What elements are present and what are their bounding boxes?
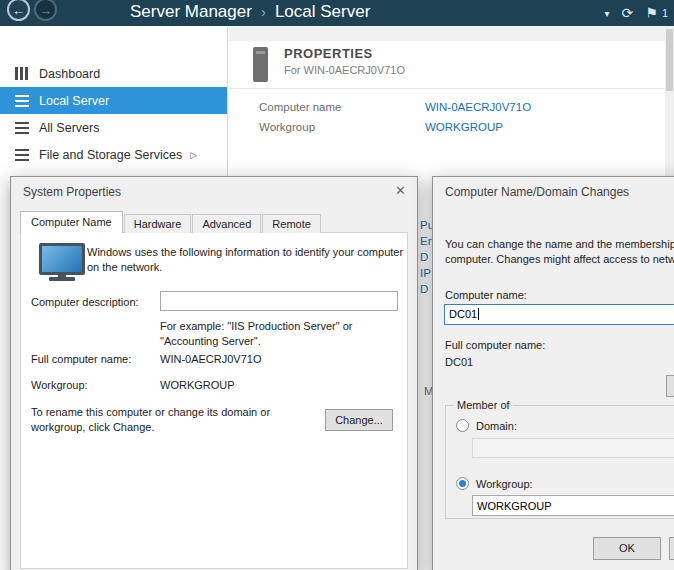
member-of-group: Member of Domain: Workgroup: — [445, 399, 674, 519]
clipped-value-link[interactable]: D — [420, 251, 428, 263]
dialog-title: System Properties — [23, 185, 121, 199]
computer-name-label: Computer name: — [445, 288, 527, 303]
back-button[interactable]: ← — [7, 0, 30, 21]
sidebar-item-label: Dashboard — [39, 67, 100, 81]
dialog-titlebar[interactable]: Computer Name/Domain Changes — [433, 177, 674, 207]
computer-name-input[interactable]: DC01 — [444, 304, 674, 325]
computer-name-tab-page: Windows uses the following information t… — [20, 232, 408, 569]
description-example-text: For example: "IIS Production Server" or … — [160, 319, 378, 350]
divider — [229, 88, 665, 89]
server-icon — [15, 94, 29, 107]
sidebar-item-all-servers[interactable]: All Servers — [0, 114, 227, 141]
close-icon[interactable]: ✕ — [395, 183, 406, 198]
workgroup-input[interactable] — [472, 495, 674, 516]
full-computer-name-value: DC01 — [445, 355, 473, 370]
forward-icon: → — [39, 3, 52, 18]
computer-description-label: Computer description: — [31, 295, 139, 310]
full-computer-name-value: WIN-0AECRJ0V71O — [160, 352, 261, 367]
breadcrumb-app-title[interactable]: Server Manager — [130, 2, 252, 21]
more-button[interactable] — [666, 375, 674, 397]
computer-name-input-value: DC01 — [449, 308, 477, 320]
ok-button[interactable]: OK — [593, 537, 661, 560]
tab-computer-name[interactable]: Computer Name — [20, 211, 123, 233]
servers-icon — [15, 121, 29, 134]
computer-monitor-icon — [37, 243, 83, 281]
back-icon: ← — [12, 3, 25, 18]
tab-strip: Computer NameHardwareAdvancedRemote — [20, 211, 322, 233]
sidebar-item-label: Local Server — [39, 94, 109, 108]
workgroup-value: WORKGROUP — [160, 378, 235, 393]
breadcrumb-separator-icon: › — [261, 3, 266, 20]
clipped-value-link[interactable]: D — [420, 283, 428, 295]
topbar: ← → Server Manager›Local Server ▾ ⟳ ⚑ 1 — [0, 0, 674, 26]
workgroup-radio-label[interactable]: Workgroup: — [476, 477, 533, 492]
chevron-down-icon[interactable]: ▾ — [605, 8, 610, 19]
properties-heading: PROPERTIES — [284, 46, 373, 61]
cancel-button[interactable] — [669, 537, 674, 560]
workgroup-link[interactable]: WORKGROUP — [425, 121, 503, 133]
intro-text: Windows uses the following information t… — [87, 245, 411, 276]
dashboard-icon — [15, 67, 29, 80]
tab-hardware[interactable]: Hardware — [124, 214, 192, 233]
intro-text-line1: You can change the name and the membersh… — [445, 237, 674, 252]
system-properties-dialog: System Properties ✕ Computer NameHardwar… — [10, 176, 418, 570]
topbar-actions: ▾ ⟳ ⚑ 1 — [605, 0, 668, 26]
member-of-label: Member of — [454, 399, 513, 411]
domain-input — [472, 438, 674, 458]
name-changes-dialog: Computer Name/Domain Changes You can cha… — [432, 176, 674, 570]
breadcrumb: Server Manager›Local Server — [130, 0, 370, 26]
properties-tile-icon — [253, 47, 268, 82]
dialog-titlebar[interactable]: System Properties ✕ — [11, 177, 417, 207]
text-caret — [478, 308, 479, 320]
tab-remote[interactable]: Remote — [262, 214, 321, 233]
workgroup-radio[interactable] — [456, 477, 469, 490]
sidebar-item-label: File and Storage Services — [39, 148, 182, 162]
server-manager-window: ← → Server Manager›Local Server ▾ ⟳ ⚑ 1 … — [0, 0, 674, 570]
tab-advanced[interactable]: Advanced — [192, 214, 261, 233]
expand-arrow-icon[interactable]: ▷ — [190, 150, 197, 160]
property-label: Workgroup — [259, 121, 315, 133]
panel-top-strip — [229, 26, 674, 41]
computer-name-link[interactable]: WIN-0AECRJ0V71O — [425, 101, 531, 113]
workgroup-label: Workgroup: — [31, 378, 88, 393]
storage-services-icon — [15, 148, 29, 161]
dialog-title: Computer Name/Domain Changes — [445, 185, 629, 199]
properties-subheading: For WIN-0AECRJ0V71O — [284, 64, 405, 76]
domain-radio-label[interactable]: Domain: — [476, 419, 517, 434]
change-button[interactable]: Change... — [325, 409, 393, 431]
scrollbar-thumb[interactable] — [666, 29, 673, 91]
breadcrumb-page-title[interactable]: Local Server — [275, 2, 370, 21]
computer-description-input[interactable] — [160, 291, 398, 311]
notifications-flag-icon[interactable]: ⚑ — [645, 5, 658, 21]
sidebar-item-label: All Servers — [39, 121, 99, 135]
sidebar-item-file-storage-services[interactable]: File and Storage Services ▷ — [0, 141, 227, 168]
full-computer-name-label: Full computer name: — [445, 338, 545, 353]
notification-count: 1 — [662, 7, 668, 19]
forward-button[interactable]: → — [34, 0, 57, 21]
clipped-value-link[interactable]: IP — [420, 267, 431, 279]
refresh-icon[interactable]: ⟳ — [622, 5, 634, 21]
intro-text-line2: computer. Changes might affect access to… — [445, 252, 674, 267]
domain-radio[interactable] — [456, 419, 469, 432]
sidebar-item-local-server[interactable]: Local Server — [0, 87, 227, 114]
rename-hint-text: To rename this computer or change its do… — [31, 405, 289, 436]
sidebar-item-dashboard[interactable]: Dashboard — [0, 60, 227, 87]
property-label: Computer name — [259, 101, 341, 113]
full-computer-name-label: Full computer name: — [31, 352, 131, 367]
